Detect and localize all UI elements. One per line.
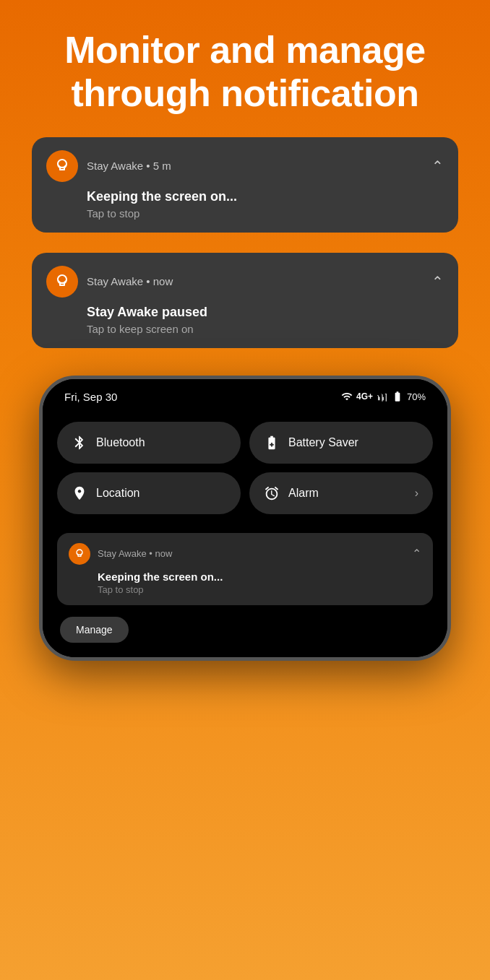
- tile-bluetooth-label: Bluetooth: [96, 436, 145, 449]
- notif-app-info-1: Stay Awake • 5 m: [87, 160, 171, 172]
- lightbulb-icon-2: [53, 273, 71, 290]
- tile-location[interactable]: Location: [57, 472, 241, 514]
- status-icons: 4G+ 70%: [341, 391, 426, 402]
- battery-percent: 70%: [407, 391, 426, 402]
- signal-label: 4G+: [356, 391, 373, 402]
- phone-frame: Fri, Sep 30 4G+ 70% Bluetooth: [39, 376, 451, 661]
- tile-bluetooth[interactable]: Bluetooth: [57, 422, 241, 464]
- phone-notif-header: Stay Awake • now ⌃: [69, 543, 421, 565]
- phone-notif-icon: [69, 543, 90, 565]
- phone-notif-card: Stay Awake • now ⌃ Keeping the screen on…: [57, 533, 433, 605]
- notification-card-2: Stay Awake • now ⌃ Stay Awake paused Tap…: [32, 253, 458, 348]
- status-bar: Fri, Sep 30 4G+ 70%: [43, 379, 447, 410]
- phone-notif-lightbulb-icon: [74, 548, 85, 560]
- tile-battery-saver[interactable]: Battery Saver: [249, 422, 433, 464]
- tile-alarm-label: Alarm: [288, 487, 319, 500]
- notification-subtitle-1: Tap to stop: [87, 207, 444, 220]
- notification-subtitle-2: Tap to keep screen on: [87, 323, 444, 335]
- lightbulb-icon: [53, 157, 71, 175]
- tile-location-label: Location: [96, 487, 140, 500]
- notification-title-1: Keeping the screen on...: [87, 189, 444, 204]
- notification-card-1: Stay Awake • 5 m ⌃ Keeping the screen on…: [32, 137, 458, 233]
- notification-header-left-2: Stay Awake • now: [46, 266, 173, 298]
- notification-title-2: Stay Awake paused: [87, 305, 444, 320]
- bluetooth-tile-icon: [72, 435, 87, 451]
- wifi-icon: [341, 391, 353, 402]
- quick-tiles-grid: Bluetooth Battery Saver Location Alarm ›: [43, 410, 447, 526]
- alarm-tile-icon: [264, 485, 280, 501]
- phone-notification-area: Stay Awake • now ⌃ Keeping the screen on…: [43, 526, 447, 657]
- status-date: Fri, Sep 30: [64, 391, 117, 403]
- notif-icon-1: [46, 150, 78, 182]
- phone-notif-title: Keeping the screen on...: [98, 571, 421, 583]
- chevron-up-icon-2[interactable]: ⌃: [431, 273, 444, 290]
- hero-title: Monitor and manage through notification: [0, 0, 490, 137]
- notification-header-1: Stay Awake • 5 m ⌃: [46, 150, 444, 182]
- battery-icon: [392, 391, 403, 402]
- notif-icon-2: [46, 266, 78, 298]
- battery-saver-tile-icon: [264, 435, 280, 451]
- phone-notif-app-info: Stay Awake • now: [98, 548, 172, 559]
- tile-battery-saver-label: Battery Saver: [288, 436, 358, 449]
- phone-notif-subtitle: Tap to stop: [98, 584, 421, 595]
- manage-button[interactable]: Manage: [60, 617, 129, 643]
- notification-header-left-1: Stay Awake • 5 m: [46, 150, 171, 182]
- notification-header-2: Stay Awake • now ⌃: [46, 266, 444, 298]
- phone-notif-chevron-icon[interactable]: ⌃: [412, 547, 421, 560]
- notif-app-info-2: Stay Awake • now: [87, 275, 173, 287]
- alarm-arrow-icon: ›: [415, 487, 418, 500]
- signal-icon: [377, 391, 388, 402]
- phone-screen: Fri, Sep 30 4G+ 70% Bluetooth: [43, 379, 447, 657]
- tile-alarm[interactable]: Alarm ›: [249, 472, 433, 514]
- phone-mockup: Fri, Sep 30 4G+ 70% Bluetooth: [39, 376, 451, 661]
- phone-notif-left: Stay Awake • now: [69, 543, 172, 565]
- location-tile-icon: [72, 485, 87, 501]
- chevron-up-icon-1[interactable]: ⌃: [431, 157, 444, 175]
